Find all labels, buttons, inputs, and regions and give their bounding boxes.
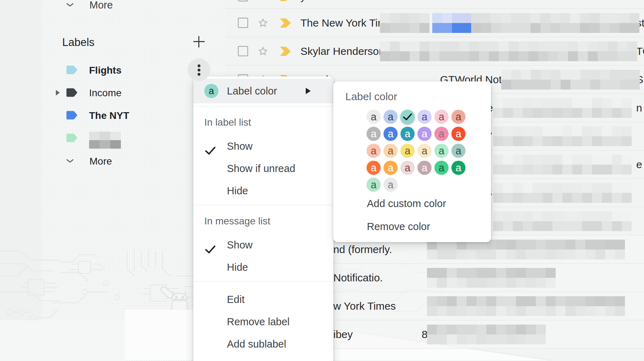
menu-item-label: Remove label [227,316,289,328]
menu-item-remove-label[interactable]: Remove label [193,311,333,333]
sender-name: w York Times [333,300,396,312]
chevron-down-icon [66,159,74,163]
color-swatch[interactable]: a [451,110,466,124]
importance-marker-icon [280,18,291,28]
color-swatch[interactable]: a [384,127,398,141]
chevron-down-icon [66,3,74,7]
redacted-text-block [493,155,632,174]
sender-name: Notificatio. [333,272,383,284]
text-fragment-right: e [636,159,642,171]
color-swatch[interactable]: a [451,144,466,158]
menu-item-label: Show [227,141,253,152]
color-swatch-grid: aa aaaaaaaaaaaaaaaaaaaaaaa [367,110,468,195]
sender-name: ibey [333,328,353,340]
sender-name: y [300,0,306,2]
menu-sections: In label list ShowShow if unreadHideIn m… [193,103,333,355]
menu-item-label: Edit [227,294,245,305]
menu-section-title: In label list [193,110,333,135]
email-row[interactable]: y [225,0,644,9]
labels-header: Labels [42,34,225,53]
label-tag-icon [66,110,78,121]
select-checkbox[interactable] [238,18,248,28]
color-swatch[interactable]: a [367,127,381,141]
color-swatch[interactable]: a [400,144,415,158]
menu-item-label: Show [227,239,253,251]
email-row[interactable]: The New York Timesst [225,9,644,37]
labels-header-title: Labels [62,36,94,49]
menu-section-title: In message list [193,208,333,234]
color-swatch[interactable]: a [384,110,398,124]
color-swatch[interactable]: a [417,127,432,141]
menu-item-hide[interactable]: Hide [193,180,333,202]
label-name: Flights [89,65,122,76]
color-swatch[interactable]: a [434,110,449,124]
email-row[interactable]: Skylar HendersonTO [225,37,644,65]
color-swatch[interactable]: a [384,178,398,192]
color-swatch[interactable]: a [451,127,466,141]
menu-item-edit[interactable]: Edit [193,288,333,311]
submenu-title: Label color [345,91,397,103]
redacted-text-block [380,41,637,61]
color-swatch[interactable]: a [384,144,398,158]
importance-marker-icon [280,0,291,1]
add-custom-color-button[interactable]: Add custom color [367,196,446,211]
color-swatch[interactable]: a [384,161,398,175]
color-swatch[interactable]: a [367,161,381,175]
label-tag-icon [66,65,78,76]
color-swatch[interactable]: a [417,161,432,175]
menu-item-show-if-unread[interactable]: Show if unread [193,157,333,180]
color-swatch[interactable]: a [417,110,432,124]
sidebar-more-label: More [89,156,112,167]
star-icon[interactable] [257,0,269,2]
color-swatch[interactable]: a [434,144,449,158]
label-options-button[interactable] [188,58,210,81]
text-fragment-right: n [636,102,642,114]
redacted-text-block [380,13,429,33]
menu-item-label: Add sublabel [227,338,286,350]
sidebar-more-label: More [89,0,113,11]
redacted-text-block [493,126,632,146]
menu-item-add-sublabel[interactable]: Add sublabel [193,333,333,355]
redacted-text-block [493,98,632,118]
text-fragment-right: TO [636,45,644,57]
sidebar-item-more-top[interactable]: More [42,0,225,10]
redacted-text-block [501,70,640,90]
color-swatch[interactable]: a [400,127,415,141]
submenu-arrow-icon [306,88,311,94]
remove-color-button[interactable]: Remove color [367,219,430,234]
label-color-submenu: Label color aa aaaaaaaaaaaaaaaaaaaaaaa A… [333,81,491,242]
gmail-screen: More Labels FlightsIncomeThe NYTMore y T… [0,0,644,361]
color-swatch[interactable]: a [400,161,415,175]
label-color-swatch-icon: a [204,84,218,98]
window-left-edge [0,0,42,361]
redacted-text-block [427,240,625,259]
label-tag-icon [66,133,78,144]
create-label-button[interactable] [193,36,205,48]
star-icon[interactable] [257,17,269,29]
menu-item-label: Hide [227,185,248,197]
redacted-text-block [493,183,632,203]
color-swatch[interactable]: a [434,127,449,141]
star-icon[interactable] [257,46,269,57]
importance-marker-icon [280,47,291,56]
redacted-text-block [427,296,625,316]
redacted-text-block [427,325,546,344]
color-swatch[interactable]: a [367,110,381,124]
menu-item-label-color[interactable]: a Label color [193,79,333,103]
color-swatch[interactable]: a [434,161,449,175]
color-swatch-selected[interactable] [400,110,415,124]
menu-item-show[interactable]: Show [193,135,333,157]
select-checkbox[interactable] [238,46,248,56]
menu-item-hide[interactable]: Hide [193,256,333,279]
color-swatch[interactable]: a [417,144,432,158]
expand-arrow-icon[interactable] [56,90,60,96]
select-checkbox[interactable] [238,0,248,1]
menu-item-show[interactable]: Show [193,234,333,256]
label-context-menu: a Label color In label list ShowShow if … [193,76,333,361]
color-swatch[interactable]: a [367,178,381,192]
color-swatch[interactable]: a [367,144,381,158]
redacted-label-name [89,132,121,149]
menu-divider [193,279,333,285]
color-swatch[interactable]: a [451,161,466,175]
label-name: Income [89,87,122,99]
